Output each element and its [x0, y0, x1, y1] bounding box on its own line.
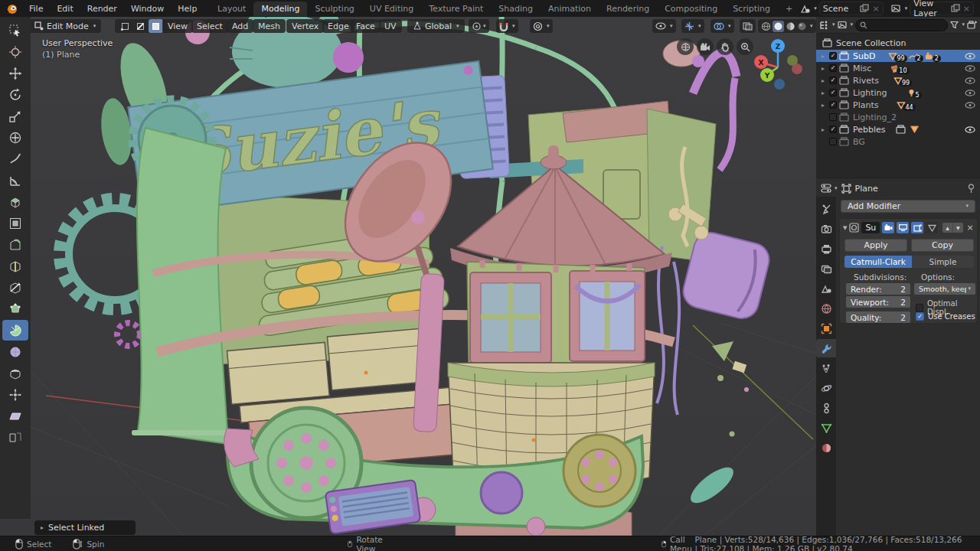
chevron-down-icon[interactable]: ▾ — [810, 24, 813, 29]
tab-render[interactable] — [816, 220, 836, 238]
viewport-3d[interactable]: Suzie's — [0, 17, 816, 536]
tool-knife[interactable] — [2, 277, 28, 298]
collection-checkbox[interactable]: ✓ — [829, 126, 837, 133]
use-creases-row[interactable]: ✓ Use Creases — [916, 312, 975, 321]
hide-viewport-eye-icon[interactable] — [965, 65, 975, 72]
tool-rip-region[interactable] — [2, 427, 28, 448]
xray-toggle[interactable] — [740, 19, 756, 33]
tool-move[interactable] — [2, 63, 28, 83]
copy-button[interactable]: Copy — [911, 239, 974, 252]
shading-material-button[interactable] — [786, 21, 795, 31]
snap-toggle[interactable] — [499, 21, 508, 31]
tool-scale[interactable] — [2, 106, 28, 126]
hide-viewport-eye-icon[interactable] — [965, 77, 975, 84]
tool-measure[interactable] — [2, 170, 28, 191]
tool-inset-faces[interactable] — [2, 213, 28, 233]
menu-mesh[interactable]: Mesh — [253, 19, 286, 33]
modifier-render-toggle[interactable] — [882, 222, 894, 233]
outliner-search-input[interactable] — [855, 19, 948, 31]
workspace-tab-uv-editing[interactable]: UV Editing — [362, 2, 421, 16]
add-workspace-button[interactable]: + — [778, 2, 800, 16]
expand-arrow-icon[interactable]: ▸ — [819, 65, 827, 72]
expand-arrow-icon[interactable]: ▸ — [819, 77, 827, 84]
tool-bevel[interactable] — [2, 234, 28, 255]
tool-shrink-fatten[interactable] — [2, 384, 28, 405]
workspace-tab-texture-paint[interactable]: Texture Paint — [421, 2, 491, 16]
hide-viewport-eye-icon[interactable] — [965, 126, 975, 133]
move-modifier-up-button[interactable]: ▲ — [942, 223, 952, 233]
simple-button[interactable]: Simple — [912, 256, 974, 268]
view-layer-field[interactable]: View Layer × — [910, 2, 974, 15]
menu-help[interactable]: Help — [171, 4, 204, 14]
tool-smooth[interactable] — [2, 341, 28, 362]
vertex-select-button[interactable] — [118, 19, 132, 33]
menu-edit[interactable]: Edit — [50, 4, 80, 14]
use-creases-checkbox[interactable]: ✓ — [916, 312, 924, 321]
delete-modifier-button[interactable]: × — [967, 223, 974, 233]
menu-add[interactable]: Add — [227, 19, 253, 33]
expand-arrow-icon[interactable]: ▸ — [819, 102, 827, 109]
tool-transform[interactable] — [2, 127, 28, 148]
menu-select[interactable]: Select — [191, 19, 228, 33]
chevron-down-icon[interactable]: ▾ — [547, 24, 550, 29]
modifier-oncage-toggle[interactable] — [926, 222, 938, 233]
workspace-tab-scripting[interactable]: Scripting — [725, 2, 778, 16]
outliner-row-bg[interactable]: BG — [816, 135, 980, 148]
workspace-tab-modeling[interactable]: Modeling — [253, 2, 307, 16]
orientation-dropdown[interactable]: Global ▾ — [407, 19, 465, 33]
outliner-row-pebbles[interactable]: ▸ ✓ Pebbles — [816, 123, 980, 135]
expand-arrow-icon[interactable]: ▸ — [819, 53, 827, 60]
tab-material[interactable] — [816, 439, 836, 457]
gizmos-dropdown[interactable]: ▾ — [681, 19, 704, 33]
menu-face[interactable]: Face — [351, 19, 381, 33]
collection-checkbox[interactable]: ✓ — [829, 64, 837, 72]
collection-checkbox[interactable]: ✓ — [829, 89, 837, 96]
tool-select-box[interactable] — [2, 20, 28, 41]
hide-viewport-eye-icon[interactable] — [965, 102, 975, 109]
workspace-tab-rendering[interactable]: Rendering — [599, 2, 657, 16]
menu-vertex[interactable]: Vertex — [286, 19, 324, 33]
uv-smooth-dropdown[interactable]: Smooth, keep c.. ▾ — [914, 283, 975, 295]
tab-physics[interactable] — [816, 379, 836, 397]
tab-scene[interactable] — [816, 279, 836, 298]
tool-rotate[interactable] — [2, 84, 28, 105]
scene-selector-icon[interactable]: ▾ — [800, 4, 817, 14]
outliner-filter-button[interactable]: ▾ — [950, 21, 965, 29]
collection-checkbox[interactable]: ✓ — [829, 52, 837, 60]
camera-view-button[interactable] — [697, 38, 714, 55]
collection-checkbox[interactable] — [829, 138, 837, 145]
tool-poly-build[interactable] — [2, 298, 28, 319]
tab-modifiers[interactable] — [816, 339, 836, 357]
optimal-display-checkbox[interactable] — [916, 304, 923, 312]
pin-icon[interactable] — [967, 184, 975, 194]
menu-file[interactable]: File — [22, 4, 50, 14]
operator-panel[interactable]: ▸ Select Linked — [34, 520, 136, 535]
tab-world[interactable] — [816, 299, 836, 318]
add-modifier-dropdown[interactable]: Add Modifier ▾ — [841, 200, 975, 213]
panel-collapse-arrow[interactable]: ▼ — [843, 225, 847, 231]
tab-constraints[interactable] — [816, 399, 836, 417]
menu-window[interactable]: Window — [124, 4, 171, 14]
face-select-button[interactable] — [149, 19, 163, 33]
menu-render[interactable]: Render — [80, 4, 124, 14]
visibility-dropdown[interactable]: ▾ — [652, 19, 676, 33]
tab-object[interactable] — [816, 319, 836, 337]
viewport-subdivisions-field[interactable]: Viewport: 2 — [846, 296, 910, 308]
tool-edge-slide[interactable] — [2, 363, 28, 383]
shading-wireframe-button[interactable] — [761, 21, 771, 31]
properties-editor-type-button[interactable]: ▾ — [821, 184, 838, 193]
workspace-tab-compositing[interactable]: Compositing — [657, 2, 725, 16]
workspace-tab-layout[interactable]: Layout — [210, 2, 253, 16]
tab-object-data[interactable] — [816, 419, 836, 437]
hide-viewport-eye-icon[interactable] — [965, 53, 975, 60]
expand-arrow-icon[interactable]: ▸ — [819, 90, 827, 96]
mode-dropdown[interactable]: Edit Mode ▾ — [29, 19, 101, 33]
tool-spin[interactable] — [2, 320, 28, 341]
expand-arrow-icon[interactable]: ▸ — [819, 126, 827, 133]
pan-view-button[interactable] — [717, 38, 733, 55]
outliner-display-mode-button[interactable]: ▾ — [838, 21, 854, 30]
outliner-row-lighting[interactable]: ▸ ✓ Lighting 5 — [816, 86, 980, 99]
catmull-clark-button[interactable]: Catmull-Clark — [844, 256, 912, 268]
menu-view[interactable]: View — [162, 19, 193, 33]
menu-edge[interactable]: Edge — [322, 19, 354, 33]
